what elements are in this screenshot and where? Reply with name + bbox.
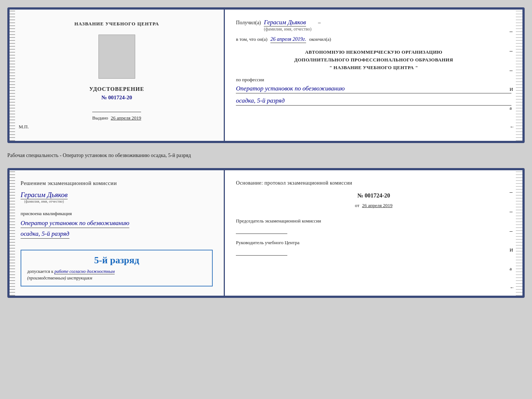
protocol-number: № 001724-20 [236,192,511,199]
recipient-block: Герасим Дьяков (фамилия, имя, отчество) [264,19,311,32]
protocol-date: 26 апреля 2019 [362,203,392,208]
issued-label: Выдано [92,115,108,121]
org-block: АВТОНОМНУЮ НЕКОММЕРЧЕСКУЮ ОРГАНИЗАЦИЮ ДО… [236,49,511,71]
doc1-center-title: НАЗВАНИЕ УЧЕБНОГО ЦЕНТРА [74,21,159,27]
confirmation-date: 26 апреля 2019г. [270,36,306,43]
doc2-qual-line1: Оператор установок по обезвоживанию [21,219,129,228]
stamp-text-block: допускается к работе согласно должностны… [27,268,206,281]
doc2-person-name: Герасим Дьяков [21,191,68,199]
exam-commission-title: Решением экзаменационной комиссии [21,179,117,187]
mp-label: М.П. [19,124,29,130]
profession-label: по профессии [236,77,511,83]
stamp-rank: 5-й разряд [27,255,206,266]
doc2-person-block: Герасим Дьяков (фамилия, имя, отчество) [21,191,68,203]
basis-title: Основание: протокол экзаменационной коми… [236,179,511,187]
dash-1: – [318,20,321,26]
side-dashes: – – – И а ← – – – – [510,28,514,143]
stamp-suffix: (производственным) инструкциям [27,275,92,281]
cert-number: № 001724-20 [101,95,132,101]
recipient-name: Герасим Дьяков [264,19,306,26]
org-line3: " НАЗВАНИЕ УЧЕБНОГО ЦЕНТРА " [236,64,511,72]
chairman-sign-line [236,227,287,234]
doc1-left-panel: НАЗВАНИЕ УЧЕБНОГО ЦЕНТРА УДОСТОВЕРЕНИЕ №… [10,10,225,141]
cert-title: УДОСТОВЕРЕНИЕ [89,86,144,92]
fio-label: (фамилия, имя, отчество) [264,26,311,32]
confirmation-prefix: в том, что он(а) [236,36,267,42]
photo-placeholder [98,35,135,79]
doc1-right-panel: Получил(а) Герасим Дьяков (фамилия, имя,… [225,10,522,141]
profession-line2: осадка, 5-й разряд [236,96,511,106]
specialty-text: Рабочая специальность - Оператор установ… [7,153,525,158]
stamp-prefix: допускается к [27,269,53,274]
doc2-qual-line2: осадка, 5-й разряд [21,229,69,239]
doc2-left-panel: Решением экзаменационной комиссии Гераси… [10,170,225,296]
profession-line1: Оператор установок по обезвоживанию [236,84,511,93]
left-decorative-2 [10,170,15,296]
confirmation-suffix: окончил(а) [309,36,331,42]
stamp-italic: работе согласно должностным [54,269,115,274]
director-label: Руководитель учебного Центра [236,239,511,246]
org-line2: ДОПОЛНИТЕЛЬНОГО ПРОФЕССИОНАЛЬНОГО ОБРАЗО… [236,56,511,64]
protocol-date-prefix: от [355,203,359,208]
stamp-box: 5-й разряд допускается к работе согласно… [21,250,213,286]
document-card-1: НАЗВАНИЕ УЧЕБНОГО ЦЕНТРА УДОСТОВЕРЕНИЕ №… [7,7,525,143]
chairman-block: Председатель экзаменационной комиссии [236,218,511,234]
director-sign-line [236,249,287,256]
issued-line: Выдано 26 апреля 2019 [92,112,141,121]
document-card-2: Решением экзаменационной комиссии Гераси… [7,168,525,298]
chairman-label: Председатель экзаменационной комиссии [236,218,511,224]
left-decorative [10,10,15,141]
protocol-date-row: от 26 апреля 2019 [236,203,511,209]
page-wrapper: НАЗВАНИЕ УЧЕБНОГО ЦЕНТРА УДОСТОВЕРЕНИЕ №… [7,7,525,298]
director-block: Руководитель учебного Центра [236,239,511,256]
org-line1: АВТОНОМНУЮ НЕКОММЕРЧЕСКУЮ ОРГАНИЗАЦИЮ [236,49,511,56]
issued-date: 26 апреля 2019 [111,115,141,121]
doc2-right-panel: Основание: протокол экзаменационной коми… [225,170,522,296]
recipient-row: Получил(а) Герасим Дьяков (фамилия, имя,… [236,19,511,32]
qualification-label: присвоена квалификация [21,211,72,217]
confirmation-row: в том, что он(а) 26 апреля 2019г. окончи… [236,36,511,43]
doc2-fio-label: (фамилия, имя, отчество) [21,199,68,203]
received-prefix: Получил(а) [236,20,261,26]
side-dashes-2: – – – И а ← – – – – [510,189,514,298]
